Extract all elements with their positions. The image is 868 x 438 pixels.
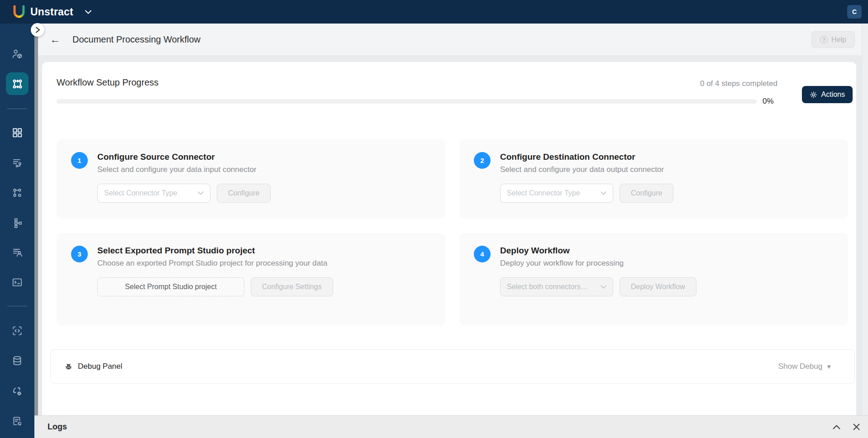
nodes-graph-icon [11,187,23,199]
step-subtitle: Select and configure your data output co… [500,165,673,174]
configure-source-button[interactable]: Configure [217,184,271,203]
sidebar-item-sync-settings[interactable] [11,386,23,397]
step-subtitle: Select and configure your data input con… [97,165,271,174]
sidebar-divider [7,109,27,109]
show-debug-label: Show Debug [778,362,822,371]
select-placeholder: Select both connectors… [507,283,588,291]
step-number-badge: 3 [71,246,88,262]
progress-row: 0% [57,97,774,106]
user-group-icon [11,48,23,60]
sidebar-item-dashboard[interactable] [11,127,23,138]
progress-heading: Workflow Setup Progress [57,77,158,88]
question-circle-icon: ? [820,36,828,43]
step-cards-grid: 1 Configure Source Connector Select and … [57,139,848,325]
sidebar-item-pipelines[interactable] [11,217,23,229]
page-title: Document Processing Workflow [72,34,200,45]
actions-button[interactable]: Actions [802,86,853,103]
step-title: Configure Source Connector [97,152,271,162]
sidebar-item-workflows-active[interactable] [6,72,29,95]
chevron-down-icon [601,191,606,195]
sidebar-expand-button[interactable] [31,23,44,37]
select-prompt-studio-project-button[interactable]: Select Prompt Studio project [97,277,244,296]
step-subtitle: Choose an exported Prompt Studio project… [97,259,333,268]
unstract-logo-icon [12,5,26,19]
actions-label: Actions [821,90,845,99]
back-button[interactable]: ← [50,34,60,45]
code-scan-icon [11,325,23,337]
sidebar-item-embed[interactable] [11,325,23,337]
logs-title: Logs [48,422,67,432]
debug-panel-label: Debug Panel [78,362,122,371]
close-icon[interactable] [853,424,860,430]
step-card-deploy: 4 Deploy Workflow Deploy your workflow f… [459,233,848,325]
sitemap-icon [11,217,23,229]
page-header: ← Document Processing Workflow ? Help [38,24,862,55]
help-button[interactable]: ? Help [811,31,855,48]
database-icon [11,355,23,367]
prompt-document-icon [11,157,23,169]
deploy-prerequisite-select[interactable]: Select both connectors… [500,277,613,296]
step-number-badge: 2 [474,152,491,169]
step-card-prompt-studio: 3 Select Exported Prompt Studio project … [57,233,445,325]
gear-icon [810,91,817,99]
debug-panel: Debug Panel Show Debug ▼ [50,349,855,384]
progress-percent: 0% [763,97,774,106]
step-card-source: 1 Configure Source Connector Select and … [57,139,445,219]
step-number-badge: 4 [474,246,491,262]
brand-name: Unstract [30,6,73,18]
chevron-down-icon [601,285,606,289]
terminal-icon [11,276,23,288]
sidebar-item-prompt-studio[interactable] [11,157,23,169]
sidebar-divider [7,306,27,306]
sidebar-item-connectors[interactable] [11,187,23,199]
step-title: Deploy Workflow [500,246,696,256]
sidebar-item-data[interactable] [11,355,23,367]
scrollbar-track[interactable] [862,24,868,415]
user-avatar[interactable]: C [847,5,862,19]
sidebar-item-user-group[interactable] [11,48,23,60]
chevron-up-icon[interactable] [833,425,840,429]
logs-bar[interactable]: Logs [34,415,868,438]
progress-bar [57,99,757,104]
chevron-right-icon [35,27,40,33]
step-subtitle: Deploy your workflow for processing [500,259,696,268]
step-card-destination: 2 Configure Destination Connector Select… [459,139,848,219]
app-root: Unstract C [0,0,868,438]
source-connector-select[interactable]: Select Connector Type [97,184,210,203]
brand-menu[interactable]: Unstract [12,5,91,19]
chevron-down-icon[interactable] [85,10,91,14]
sidebar [0,24,34,438]
dashboard-grid-icon [11,127,23,138]
help-label: Help [831,36,846,44]
sidebar-item-user-logs[interactable] [11,247,23,258]
steps-completed-text: 0 of 4 steps completed [700,79,777,88]
topbar: Unstract C [0,0,868,24]
select-placeholder: Select Connector Type [507,189,580,197]
sidebar-item-export-docs[interactable] [11,415,23,427]
sidebar-item-terminal[interactable] [11,276,23,288]
step-number-badge: 1 [71,152,88,169]
deploy-workflow-button[interactable]: Deploy Workflow [620,277,696,296]
bug-icon [64,362,73,371]
step-title: Configure Destination Connector [500,152,673,162]
step-title: Select Exported Prompt Studio project [97,246,333,256]
caret-down-icon: ▼ [826,363,832,370]
workflow-setup-panel: Workflow Setup Progress 0 of 4 steps com… [42,62,856,415]
sync-gear-icon [11,386,23,397]
panel-scrollbar-thumb[interactable] [34,24,38,415]
show-debug-toggle[interactable]: Show Debug ▼ [778,362,832,371]
select-placeholder: Select Connector Type [104,189,177,197]
chevron-down-icon [198,191,204,195]
workflow-icon [11,78,24,90]
document-export-icon [11,415,23,427]
user-list-icon [11,247,23,258]
configure-settings-button[interactable]: Configure Settings [251,277,333,296]
destination-connector-select[interactable]: Select Connector Type [500,184,613,203]
configure-destination-button[interactable]: Configure [620,184,673,203]
